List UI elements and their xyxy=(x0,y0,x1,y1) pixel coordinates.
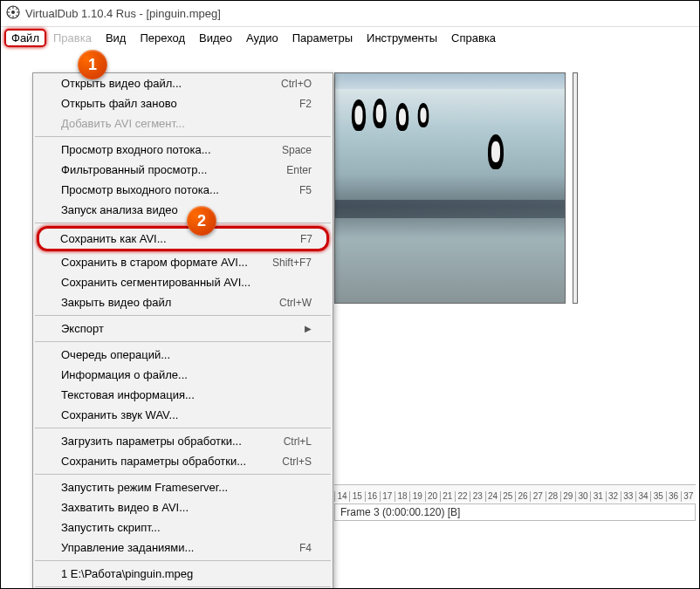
menu-edit[interactable]: Правка xyxy=(46,30,99,46)
menu-close-video[interactable]: Закрыть видео файлCtrl+W xyxy=(33,292,333,312)
video-preview[interactable] xyxy=(334,72,566,304)
menu-save-wav[interactable]: Сохранить звук WAV... xyxy=(33,405,333,425)
menu-help[interactable]: Справка xyxy=(444,30,503,46)
menu-view[interactable]: Вид xyxy=(99,30,134,46)
menu-capture-avi[interactable]: Захватить видео в AVI... xyxy=(33,497,333,517)
menu-file-info[interactable]: Информация о файле... xyxy=(33,365,333,385)
ruler-tick: 35 xyxy=(650,491,665,502)
menu-run-analysis[interactable]: Запуск анализа видео xyxy=(33,200,333,220)
ruler-tick: 23 xyxy=(470,491,484,502)
menubar: Файл Правка Вид Переход Видео Аудио Пара… xyxy=(1,27,699,48)
menu-load-processing[interactable]: Загрузить параметры обработки...Ctrl+L xyxy=(33,431,333,451)
submenu-arrow-icon: ▶ xyxy=(305,324,312,333)
output-preview-pane[interactable] xyxy=(573,72,578,304)
menu-preview-input[interactable]: Просмотр входного потока...Space xyxy=(33,140,333,160)
menu-text-info[interactable]: Текстовая информация... xyxy=(33,385,333,405)
menu-save-old-avi[interactable]: Сохранить в старом формате AVI...Shift+F… xyxy=(33,252,333,272)
video-frame-content xyxy=(335,73,565,303)
annotation-badge-2: 2 xyxy=(187,206,216,236)
ruler-tick: 14 xyxy=(334,491,349,502)
ruler-tick: 22 xyxy=(455,491,470,502)
menu-open-video[interactable]: Открыть видео файл...Ctrl+O xyxy=(33,73,333,93)
menu-goto[interactable]: Переход xyxy=(133,30,192,46)
ruler-tick: 20 xyxy=(425,491,440,502)
menu-separator xyxy=(35,560,331,561)
ruler-tick: 15 xyxy=(349,491,364,502)
menu-audio[interactable]: Аудио xyxy=(239,30,285,46)
ruler-tick: 27 xyxy=(530,491,545,502)
menu-recent-1[interactable]: 1 E:\Работа\pinguin.mpeg xyxy=(33,564,333,584)
menu-preview-filtered[interactable]: Фильтрованный просмотр...Enter xyxy=(33,160,333,180)
video-preview-pane xyxy=(334,72,579,317)
menu-preview-output[interactable]: Просмотр выходного потока...F5 xyxy=(33,180,333,200)
menu-separator xyxy=(35,341,331,342)
ruler-tick: 25 xyxy=(500,491,515,502)
ruler-tick: 24 xyxy=(485,491,500,502)
ruler-tick: 16 xyxy=(365,491,380,502)
ruler-tick: 19 xyxy=(409,491,424,502)
timeline-ruler[interactable]: 1415161718192021222324252627282930313233… xyxy=(334,484,696,502)
menu-tools[interactable]: Инструменты xyxy=(360,30,444,46)
menu-file[interactable]: Файл xyxy=(4,29,46,47)
menu-queue[interactable]: Очередь операций... xyxy=(33,345,333,365)
ruler-tick: 31 xyxy=(590,491,605,502)
menu-save-segmented-avi[interactable]: Сохранить сегментированный AVI... xyxy=(33,272,333,292)
status-bar: Frame 3 (0:00:00.120) [B] xyxy=(334,503,696,521)
ruler-tick: 33 xyxy=(621,491,635,502)
window-titlebar: VirtualDub 1.10.4 Rus - [pinguin.mpeg] xyxy=(1,1,699,27)
menu-run-script[interactable]: Запустить скрипт... xyxy=(33,517,333,538)
ruler-tick: 36 xyxy=(666,491,681,502)
menu-separator xyxy=(35,428,331,428)
window-title: VirtualDub 1.10.4 Rus - [pinguin.mpeg] xyxy=(25,7,221,20)
ruler-tick: 32 xyxy=(606,491,621,502)
ruler-tick: 30 xyxy=(575,491,590,502)
menu-separator xyxy=(35,474,331,475)
ruler-tick: 21 xyxy=(440,491,455,502)
ruler-tick: 28 xyxy=(546,491,560,502)
annotation-badge-1: 1 xyxy=(78,50,107,79)
ruler-tick: 37 xyxy=(681,491,696,502)
app-icon xyxy=(6,5,20,22)
svg-point-1 xyxy=(11,10,15,14)
menu-separator xyxy=(35,136,331,137)
menu-video[interactable]: Видео xyxy=(192,30,239,46)
ruler-tick: 18 xyxy=(395,491,409,502)
frame-status-text: Frame 3 (0:00:00.120) [B] xyxy=(340,506,460,518)
menu-options[interactable]: Параметры xyxy=(285,30,360,46)
ruler-tick: 29 xyxy=(560,491,575,502)
menu-separator xyxy=(35,315,331,316)
menu-reopen[interactable]: Открыть файл зановоF2 xyxy=(33,93,333,113)
ruler-tick: 34 xyxy=(635,491,650,502)
menu-save-processing[interactable]: Сохранить параметры обработки...Ctrl+S xyxy=(33,451,333,471)
ruler-tick: 26 xyxy=(515,491,530,502)
menu-export[interactable]: Экспорт▶ xyxy=(33,318,333,339)
ruler-tick: 17 xyxy=(380,491,395,502)
menu-save-as-avi[interactable]: Сохранить как AVI...F7 xyxy=(37,226,329,251)
menu-add-avi-segment: Добавить AVI сегмент... xyxy=(33,113,333,134)
file-menu-dropdown: Открыть видео файл...Ctrl+O Открыть файл… xyxy=(32,72,333,589)
menu-separator xyxy=(35,223,331,223)
menu-separator xyxy=(35,586,331,587)
menu-job-control[interactable]: Управление заданиями...F4 xyxy=(33,538,333,558)
menu-start-frameserver[interactable]: Запустить режим Frameserver... xyxy=(33,477,333,497)
